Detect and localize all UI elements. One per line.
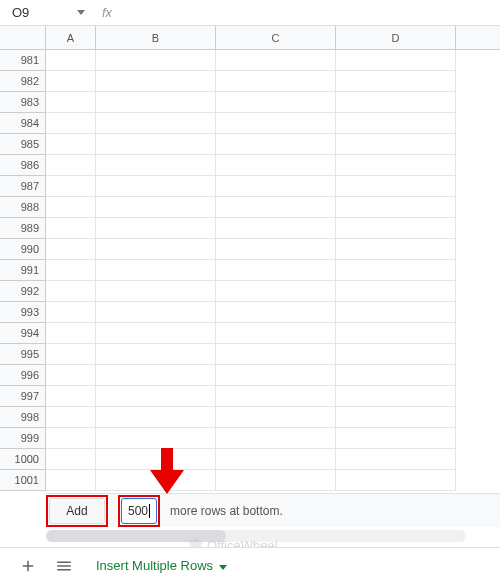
cell[interactable] [46,92,96,113]
cell[interactable] [336,323,456,344]
row-header[interactable]: 988 [0,197,46,218]
cell[interactable] [96,344,216,365]
row-header[interactable]: 993 [0,302,46,323]
cell[interactable] [96,134,216,155]
cell[interactable] [216,239,336,260]
cell[interactable] [46,260,96,281]
cell[interactable] [216,407,336,428]
cell[interactable] [216,134,336,155]
row-header[interactable]: 983 [0,92,46,113]
row-header[interactable]: 987 [0,176,46,197]
sheet-tab-active[interactable]: Insert Multiple Rows [84,552,239,580]
cell[interactable] [46,50,96,71]
cell[interactable] [336,260,456,281]
cell[interactable] [46,197,96,218]
row-header[interactable]: 996 [0,365,46,386]
cell[interactable] [96,155,216,176]
add-rows-button[interactable]: Add [49,498,105,524]
row-header[interactable]: 994 [0,323,46,344]
cell[interactable] [96,386,216,407]
row-header[interactable]: 984 [0,113,46,134]
cell[interactable] [216,155,336,176]
cell[interactable] [96,281,216,302]
cell[interactable] [216,428,336,449]
cell[interactable] [336,239,456,260]
row-header[interactable]: 990 [0,239,46,260]
row-header[interactable]: 982 [0,71,46,92]
cell[interactable] [336,50,456,71]
cell[interactable] [96,92,216,113]
row-header[interactable]: 999 [0,428,46,449]
cell[interactable] [96,71,216,92]
row-header[interactable]: 985 [0,134,46,155]
cell[interactable] [216,386,336,407]
cell[interactable] [216,281,336,302]
col-header-a[interactable]: A [46,26,96,49]
cell[interactable] [336,113,456,134]
cell[interactable] [216,218,336,239]
cell[interactable] [216,323,336,344]
cell[interactable] [216,176,336,197]
cell[interactable] [46,239,96,260]
cell[interactable] [96,428,216,449]
cell[interactable] [96,197,216,218]
cell[interactable] [46,134,96,155]
cell[interactable] [46,344,96,365]
cell[interactable] [96,218,216,239]
cell[interactable] [96,113,216,134]
cell[interactable] [46,113,96,134]
cell[interactable] [46,428,96,449]
row-header[interactable]: 1000 [0,449,46,470]
row-header[interactable]: 997 [0,386,46,407]
row-header[interactable]: 991 [0,260,46,281]
formula-input[interactable] [112,3,496,23]
name-box[interactable]: O9 [4,3,74,23]
add-sheet-button[interactable] [12,552,44,580]
cell[interactable] [46,281,96,302]
row-header[interactable]: 989 [0,218,46,239]
all-sheets-button[interactable] [48,552,80,580]
cell[interactable] [336,155,456,176]
cell[interactable] [46,365,96,386]
cell[interactable] [216,302,336,323]
cell[interactable] [336,281,456,302]
cell[interactable] [46,71,96,92]
row-header[interactable]: 986 [0,155,46,176]
row-header[interactable]: 995 [0,344,46,365]
cell[interactable] [336,134,456,155]
cell[interactable] [336,92,456,113]
cell[interactable] [96,323,216,344]
cell[interactable] [216,365,336,386]
cell[interactable] [336,176,456,197]
cell[interactable] [46,470,96,491]
cell[interactable] [216,260,336,281]
cell[interactable] [46,302,96,323]
name-box-dropdown[interactable] [74,6,88,20]
cell[interactable] [216,92,336,113]
cell[interactable] [336,302,456,323]
cell[interactable] [46,407,96,428]
cell[interactable] [216,50,336,71]
cell[interactable] [96,260,216,281]
row-header[interactable]: 992 [0,281,46,302]
row-count-input[interactable]: 500 [121,498,157,524]
cell[interactable] [96,239,216,260]
cell[interactable] [336,470,456,491]
cell[interactable] [46,218,96,239]
row-header[interactable]: 981 [0,50,46,71]
row-header[interactable]: 998 [0,407,46,428]
cell[interactable] [216,449,336,470]
cell[interactable] [46,386,96,407]
cell[interactable] [336,344,456,365]
grid-body[interactable]: 9819829839849859869879889899909919929939… [0,50,500,491]
cell[interactable] [46,176,96,197]
cell[interactable] [96,365,216,386]
col-header-b[interactable]: B [96,26,216,49]
cell[interactable] [336,386,456,407]
cell[interactable] [96,407,216,428]
cell[interactable] [216,197,336,218]
cell[interactable] [336,428,456,449]
cell[interactable] [96,50,216,71]
select-all-corner[interactable] [0,26,46,49]
cell[interactable] [336,449,456,470]
